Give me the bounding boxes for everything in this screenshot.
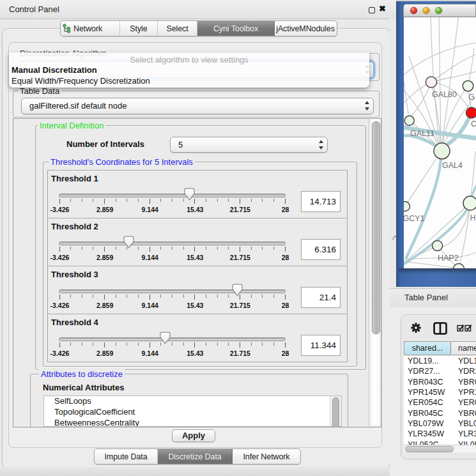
tab-jactivemnodules[interactable]: jActiveMNodules xyxy=(275,21,336,36)
slider-minor-tick xyxy=(127,342,127,346)
popup-item-prompt[interactable]: Select algorithm to view settings xyxy=(9,55,369,65)
close-panel-icon[interactable]: ✖ xyxy=(379,4,388,15)
n-top-right[interactable] xyxy=(463,81,473,91)
threshold-value-field[interactable]: 14.713 xyxy=(301,191,341,212)
table-data-combobox-value: galFiltered.sif default node xyxy=(29,101,127,111)
column-header-shared-name[interactable]: shared... xyxy=(404,341,451,355)
mode-tab-discretize-data[interactable]: Discretize Data xyxy=(158,449,233,464)
table-row[interactable]: YDL19...YDL19 xyxy=(404,356,476,366)
slider-major-tick xyxy=(240,342,240,348)
table-body[interactable]: YDL19...YDL19YDR27...YDR27YBR043CYBR043C… xyxy=(404,356,476,445)
table-row[interactable]: YBR043CYBR043C xyxy=(404,377,476,387)
slider-minor-tick xyxy=(273,247,274,250)
table-row[interactable]: YBL079WYBL079W xyxy=(404,418,476,429)
network-edge[interactable] xyxy=(431,54,476,82)
column-header-name[interactable]: name xyxy=(452,341,476,355)
apply-button[interactable]: Apply xyxy=(172,429,215,442)
cell-shared-name: YLR345W xyxy=(408,429,444,439)
slider-minor-tick xyxy=(262,295,263,298)
vertical-scrollbar-thumb[interactable] xyxy=(372,121,380,334)
slider-major-tick xyxy=(285,295,286,300)
mode-tab-impute-data[interactable]: Impute Data xyxy=(95,449,158,464)
slider-thumb[interactable] xyxy=(123,236,134,249)
slider-minor-tick xyxy=(183,247,184,250)
table-data-combobox[interactable]: galFiltered.sif default node xyxy=(21,98,374,114)
n-h[interactable] xyxy=(463,196,476,210)
slider-track[interactable] xyxy=(59,337,286,341)
slider-tick-label: 9.144 xyxy=(142,302,158,309)
slider-minor-tick xyxy=(217,199,218,202)
tab-style[interactable]: Style xyxy=(120,21,158,36)
table-hscrollbar-thumb[interactable] xyxy=(405,446,454,452)
threshold-value-field[interactable]: 11.344 xyxy=(301,335,341,356)
n-red[interactable] xyxy=(466,107,476,118)
attributes-list-scrollbar-thumb[interactable] xyxy=(332,397,339,427)
slider-track[interactable] xyxy=(59,242,286,245)
checkbox-icon[interactable] xyxy=(457,324,464,332)
splitter-grip-icon[interactable] xyxy=(392,234,397,242)
attributes-list[interactable]: SelfLoopsTopologicalCoefficientBetweenne… xyxy=(43,395,342,427)
table-row[interactable]: YPR145WYPR145W xyxy=(404,387,476,397)
popup-item-manual-discretization[interactable]: Manual Discretization xyxy=(9,65,372,75)
attribute-list-item[interactable]: SelfLoops xyxy=(44,396,341,407)
slider-minor-tick xyxy=(228,199,229,202)
slider-thumb[interactable] xyxy=(184,188,195,201)
slider-thumb[interactable] xyxy=(232,284,243,296)
table-horizontal-scrollbar[interactable] xyxy=(404,445,476,452)
table-row[interactable]: YIL052CYIL052C xyxy=(404,440,476,445)
checkbox-icon[interactable] xyxy=(464,324,472,332)
table-row[interactable]: YDR27...YDR27 xyxy=(404,366,476,376)
network-edge[interactable] xyxy=(404,81,410,121)
slider-minor-tick xyxy=(251,199,252,202)
gear-icon[interactable] xyxy=(411,323,421,333)
tab-cyni-toolbox[interactable]: Cyni Toolbox xyxy=(197,21,275,36)
slider-tick-label: 2.859 xyxy=(96,206,113,213)
tab-select[interactable]: Select xyxy=(158,21,197,36)
table-row[interactable]: YER054CYER054C xyxy=(404,397,476,408)
table-row[interactable]: YLR345WYLR345W xyxy=(404,429,476,439)
table-row[interactable]: YBR045CYBR045C xyxy=(404,408,476,418)
network-edge[interactable] xyxy=(404,261,455,268)
slider-minor-tick xyxy=(93,247,93,250)
vertical-scrollbar[interactable] xyxy=(369,119,381,426)
n-hap2[interactable] xyxy=(433,241,443,251)
threshold-value-field[interactable]: 21.4 xyxy=(301,287,341,308)
mode-tab-infer-network[interactable]: Infer Network xyxy=(233,449,300,464)
attribute-list-item[interactable]: TopologicalCoefficient xyxy=(44,407,341,418)
slider-tick-label: 28 xyxy=(282,254,289,261)
slider-major-tick xyxy=(194,295,195,300)
slider-tick-label: 15.43 xyxy=(187,302,203,309)
number-of-intervals-combobox[interactable]: 5 xyxy=(170,137,328,153)
attribute-list-item[interactable]: BetweennessCentrality xyxy=(44,418,341,427)
window-controls[interactable] xyxy=(409,6,451,15)
algorithm-dropdown-popup: Select algorithm to view settingsManual … xyxy=(9,52,369,88)
network-edge-thick[interactable] xyxy=(443,115,470,147)
threshold-value-field[interactable]: 6.316 xyxy=(301,239,341,260)
attributes-list-scrollbar[interactable] xyxy=(330,396,341,426)
n-bottom[interactable] xyxy=(454,264,464,269)
network-view-canvas[interactable]: GAL80GCGAL11GAL4GCY1HHAP2 xyxy=(404,17,476,268)
popup-item-equal-width-frequency-discretization[interactable]: Equal Width/Frequency Discretization xyxy=(9,76,372,86)
split-columns-icon[interactable] xyxy=(433,322,447,335)
n-gcy1[interactable] xyxy=(404,202,410,211)
slider-thumb[interactable] xyxy=(160,332,171,344)
n-gal80[interactable] xyxy=(426,77,436,88)
interval-definition-groupbox-title: Interval Definition xyxy=(38,121,105,130)
network-edge[interactable] xyxy=(404,203,470,265)
node-label-g: G xyxy=(468,93,475,102)
cell-shared-name: YDL19... xyxy=(408,356,439,366)
threshold-panel-2: Threshold 2-3.4262.8599.14415.4321.71528… xyxy=(47,218,348,266)
slider-major-tick xyxy=(150,342,150,348)
slider-minor-tick xyxy=(206,295,206,298)
slider-track[interactable] xyxy=(59,194,286,197)
slider-track[interactable] xyxy=(59,289,286,293)
cell-shared-name: YER054C xyxy=(408,397,443,408)
node-label-gcy1: GCY1 xyxy=(404,214,425,223)
tab-label: Cyni Toolbox xyxy=(213,24,258,33)
window-bottom-strip xyxy=(0,467,396,476)
tab-network[interactable]: Network xyxy=(61,21,120,36)
n-gal4[interactable] xyxy=(434,143,450,159)
n-gal11[interactable] xyxy=(404,116,414,125)
float-panel-icon[interactable] xyxy=(369,7,375,13)
network-edge[interactable] xyxy=(442,17,459,144)
